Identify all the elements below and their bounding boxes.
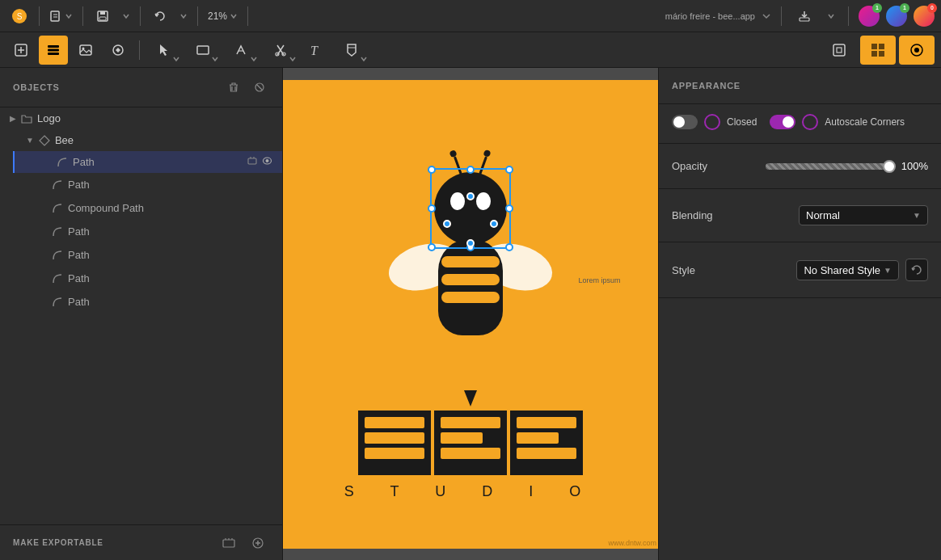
make-exportable-label: MAKE EXPORTABLE bbox=[13, 538, 103, 547]
path-icon-6 bbox=[52, 297, 63, 308]
select-tool[interactable] bbox=[146, 36, 182, 65]
panel-actions bbox=[224, 78, 269, 97]
compound-path-icon bbox=[52, 203, 63, 214]
closed-circle[interactable] bbox=[704, 114, 720, 130]
mask-btn[interactable] bbox=[250, 78, 269, 97]
autoscale-label: Autoscale Corners bbox=[825, 116, 905, 128]
opacity-value: 100% bbox=[901, 160, 928, 172]
autoscale-toggle[interactable] bbox=[770, 115, 795, 129]
opacity-thumb[interactable] bbox=[883, 160, 896, 173]
autoscale-circle[interactable] bbox=[802, 114, 818, 130]
logo-group[interactable]: ▶ Logo bbox=[0, 107, 282, 129]
right-panel: APPEARANCE Closed Autoscale Corners bbox=[658, 68, 941, 560]
separator-4 bbox=[197, 6, 198, 26]
eye-ctrl-0[interactable] bbox=[262, 156, 272, 168]
e2-stripe-1 bbox=[517, 417, 576, 428]
separator-5 bbox=[247, 6, 248, 26]
layer-item-4[interactable]: Path bbox=[13, 243, 282, 267]
layers-btn[interactable] bbox=[39, 36, 68, 65]
user-section: mário freire - bee...app 1 1 0 bbox=[665, 3, 935, 29]
svg-rect-25 bbox=[833, 44, 845, 56]
path-icon-1 bbox=[52, 179, 63, 191]
image-btn[interactable] bbox=[71, 36, 100, 65]
bee-stinger bbox=[464, 390, 477, 406]
transform-btn[interactable] bbox=[821, 36, 857, 65]
layer-label-6: Path bbox=[68, 296, 90, 308]
blending-arrow-icon: ▼ bbox=[913, 211, 921, 220]
export-btn[interactable] bbox=[791, 3, 817, 29]
new-page-btn[interactable] bbox=[6, 36, 36, 65]
letter-e2 bbox=[510, 411, 583, 475]
layer-item-5[interactable]: Path bbox=[13, 267, 282, 290]
svg-rect-27 bbox=[871, 44, 877, 49]
undo-dropdown[interactable] bbox=[176, 11, 191, 22]
add-export-btn[interactable] bbox=[247, 532, 269, 554]
closed-toggle[interactable] bbox=[672, 115, 698, 129]
app-logo-btn[interactable]: S bbox=[6, 3, 32, 29]
layers-tree: ▶ Logo ▼ Bee Path bbox=[0, 107, 282, 524]
closed-toggle-item: Closed bbox=[672, 114, 757, 130]
opacity-track[interactable] bbox=[766, 163, 895, 170]
main-area: OBJECTS ▶ Logo ▼ bbox=[0, 68, 941, 560]
blending-value: Normal bbox=[806, 209, 840, 221]
letter-b bbox=[358, 411, 431, 475]
avatar-user2: 1 bbox=[886, 6, 907, 27]
blending-label: Blending bbox=[672, 209, 713, 221]
export-settings-btn[interactable] bbox=[217, 532, 240, 554]
top-toolbar: S 21% mário freire - bee...app 1 bbox=[0, 0, 941, 32]
layer-label-0: Path bbox=[73, 156, 95, 168]
bee-head bbox=[434, 172, 507, 245]
layer-item-6[interactable]: Path bbox=[13, 290, 282, 314]
bee-eye-left bbox=[450, 192, 465, 210]
path-icon-0 bbox=[57, 157, 68, 168]
layer-label-3: Path bbox=[68, 225, 90, 238]
bee-group[interactable]: ▼ Bee bbox=[13, 129, 282, 151]
bee-stripe-3 bbox=[441, 292, 500, 303]
grid-btn[interactable] bbox=[860, 36, 896, 65]
closed-toggle-knob bbox=[673, 116, 685, 128]
svg-rect-30 bbox=[879, 51, 884, 57]
zoom-control[interactable]: 21% bbox=[205, 9, 241, 23]
separator-6 bbox=[781, 6, 782, 26]
artboard: S T U D I O Lorem ipsum www.dntw.com bbox=[283, 80, 658, 549]
panel-header: OBJECTS bbox=[0, 68, 282, 107]
mask-ctrl-0[interactable] bbox=[247, 156, 257, 168]
handle-tr[interactable] bbox=[505, 166, 513, 174]
svg-rect-6 bbox=[100, 11, 105, 15]
save-dropdown[interactable] bbox=[119, 11, 133, 22]
layer-item-1[interactable]: Path bbox=[13, 173, 282, 196]
layer-item-2[interactable]: Compound Path bbox=[13, 196, 282, 220]
second-toolbar: T bbox=[0, 32, 941, 68]
bottom-actions bbox=[217, 532, 269, 554]
handle-tl[interactable] bbox=[428, 166, 436, 174]
file-menu[interactable] bbox=[46, 8, 76, 24]
username-text: mário freire - bee...app bbox=[665, 11, 755, 21]
style-label: Style bbox=[672, 264, 695, 276]
blending-section: Blending Normal ▼ bbox=[659, 189, 941, 242]
bee-chevron-icon: ▼ bbox=[26, 136, 34, 145]
text-tool[interactable]: T bbox=[302, 36, 331, 65]
layer-label-1: Path bbox=[68, 179, 90, 191]
undo-btn[interactable] bbox=[147, 3, 173, 29]
canvas-area[interactable]: S T U D I O Lorem ipsum www.dntw.com bbox=[283, 68, 658, 560]
layer-item-3[interactable]: Path bbox=[13, 220, 282, 243]
rect-tool[interactable] bbox=[185, 36, 221, 65]
fill-tool[interactable] bbox=[334, 36, 369, 65]
avatar-user3: 0 bbox=[914, 6, 935, 27]
style-select[interactable]: No Shared Style ▼ bbox=[796, 260, 899, 280]
scissors-tool[interactable] bbox=[263, 36, 298, 65]
notification-badge-3: 0 bbox=[927, 3, 937, 13]
prototype-btn[interactable] bbox=[899, 36, 935, 65]
refresh-icon bbox=[911, 264, 922, 276]
e2-stripe-3 bbox=[517, 448, 576, 459]
blending-select[interactable]: Normal ▼ bbox=[799, 205, 928, 225]
opacity-row: Opacity 100% bbox=[672, 154, 928, 179]
layer-item-0[interactable]: Path bbox=[13, 151, 282, 173]
save-btn[interactable] bbox=[90, 3, 116, 29]
symbol-btn[interactable] bbox=[103, 36, 133, 65]
pen-tool[interactable] bbox=[224, 36, 260, 65]
delete-btn[interactable] bbox=[224, 78, 243, 97]
export-dropdown[interactable] bbox=[824, 11, 838, 22]
chevron-down-icon bbox=[762, 11, 771, 21]
refresh-style-btn[interactable] bbox=[905, 259, 928, 281]
